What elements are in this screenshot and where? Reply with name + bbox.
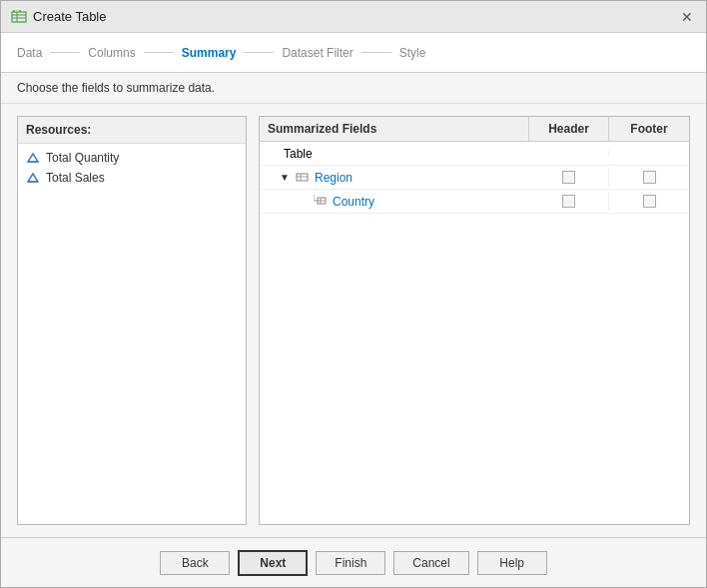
step-sep-1 [50, 52, 80, 53]
tree-cell-region-header[interactable] [529, 168, 609, 187]
tree-cell-region-label: ▼ Region [260, 168, 529, 188]
app-icon [11, 9, 27, 25]
tree-cell-table-footer [609, 151, 689, 157]
checkbox-country-header[interactable] [562, 195, 575, 208]
steps-bar: Data Columns Summary Dataset Filter Styl… [1, 33, 706, 73]
help-button[interactable]: Help [477, 551, 547, 575]
step-data[interactable]: Data [17, 46, 42, 60]
right-panel: Summarized Fields Header Footer Table [259, 116, 690, 525]
resource-total-quantity[interactable]: Total Quantity [18, 148, 246, 168]
step-style[interactable]: Style [399, 46, 426, 60]
create-table-dialog: Create Table ✕ Data Columns Summary Data… [0, 0, 707, 588]
tree-cell-country-header[interactable] [529, 192, 609, 211]
step-style-label: Style [399, 46, 426, 60]
checkbox-country-footer[interactable] [643, 195, 656, 208]
title-bar: Create Table ✕ [1, 1, 706, 33]
checkbox-region-footer[interactable] [643, 171, 656, 184]
table-column-headers: Summarized Fields Header Footer [260, 117, 689, 142]
step-sep-4 [361, 52, 391, 53]
finish-button[interactable]: Finish [316, 551, 385, 575]
tree-cell-country-footer[interactable] [609, 192, 689, 211]
button-bar: Back Next Finish Cancel Help [1, 537, 706, 587]
tree-label-country: Country [333, 195, 374, 209]
step-data-label: Data [17, 46, 42, 60]
tree-row-table: Table [260, 142, 689, 166]
step-dataset-filter-label: Dataset Filter [282, 46, 353, 60]
step-summary[interactable]: Summary [182, 46, 237, 60]
col-header: Header [529, 117, 609, 141]
cancel-button[interactable]: Cancel [393, 551, 468, 575]
step-columns[interactable]: Columns [88, 46, 135, 60]
step-columns-label: Columns [88, 46, 135, 60]
next-button[interactable]: Next [238, 550, 308, 576]
measure-icon-sales [26, 171, 40, 185]
back-button[interactable]: Back [160, 551, 230, 575]
step-summary-label: Summary [182, 46, 237, 60]
tree-label-region: Region [315, 171, 353, 185]
checkbox-region-header[interactable] [562, 171, 575, 184]
content-area: Resources: Total Quantity [1, 104, 706, 537]
svg-marker-7 [28, 154, 38, 162]
left-panel: Resources: Total Quantity [17, 116, 247, 525]
summarized-fields-tree: Table ▼ [260, 142, 689, 524]
toggle-region[interactable]: ▼ [280, 172, 292, 183]
resource-sales-label: Total Sales [46, 171, 105, 185]
country-icon [314, 195, 327, 208]
measure-icon-quantity [26, 151, 40, 165]
svg-marker-9 [28, 174, 38, 182]
step-dataset-filter[interactable]: Dataset Filter [282, 46, 353, 60]
resource-total-sales[interactable]: Total Sales [18, 168, 246, 188]
title-bar-left: Create Table [11, 9, 106, 25]
tree-cell-table-label: Table [260, 144, 529, 164]
svg-rect-0 [12, 12, 26, 22]
svg-rect-11 [297, 174, 308, 181]
tree-row-country: Country [260, 190, 689, 214]
resource-quantity-label: Total Quantity [46, 151, 119, 165]
tree-label-table: Table [284, 147, 313, 161]
description-text: Choose the fields to summarize data. [1, 73, 706, 104]
region-icon [296, 171, 309, 184]
dialog-title: Create Table [33, 9, 106, 24]
resources-label: Resources: [18, 117, 246, 144]
tree-cell-table-header [529, 151, 609, 157]
step-sep-2 [144, 52, 174, 53]
tree-cell-country-label: Country [260, 192, 529, 212]
tree-cell-region-footer[interactable] [609, 168, 689, 187]
col-footer: Footer [609, 117, 689, 141]
close-button[interactable]: ✕ [678, 8, 696, 26]
step-sep-3 [244, 52, 274, 53]
col-summarized-fields: Summarized Fields [260, 117, 529, 141]
resource-list: Total Quantity Total Sales [18, 144, 246, 524]
tree-row-region: ▼ Region [260, 166, 689, 190]
